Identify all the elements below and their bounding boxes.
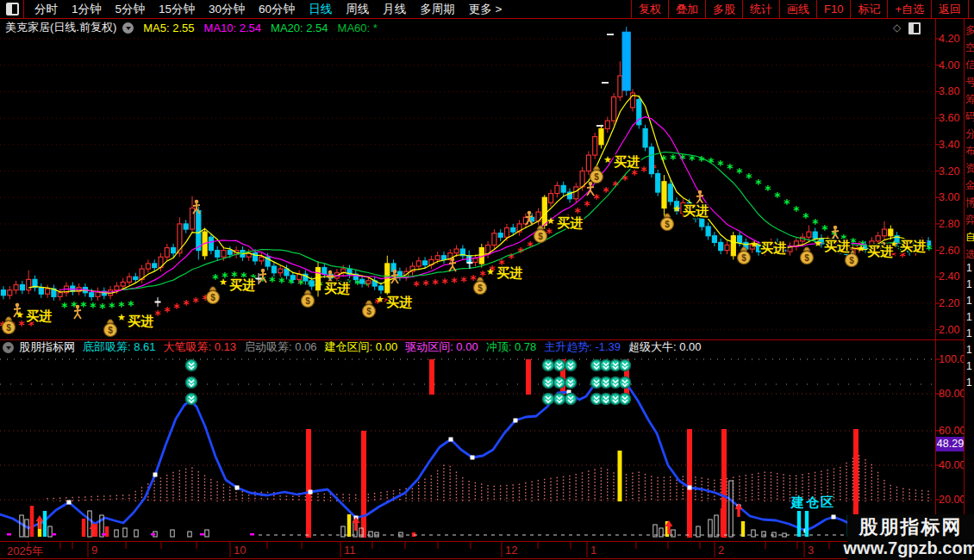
indicator-item-0: 底部吸筹: 8.61: [83, 339, 156, 355]
svg-text:*: *: [736, 165, 743, 179]
runner-man-icon: [587, 182, 594, 196]
nav-item-0[interactable]: 分时: [34, 2, 58, 17]
money-bag-icon: $: [590, 166, 603, 184]
date-axis: 2025年 9101112123: [0, 541, 974, 559]
toolbar-button-5[interactable]: F10: [816, 0, 850, 18]
top-toolbar: 分时1分钟5分钟15分钟30分钟60分钟日线周线月线多周期更多 > 复权叠加多股…: [0, 0, 974, 19]
sidebar-item-0[interactable]: 多: [965, 25, 974, 36]
price-label-5: 3.20: [939, 165, 964, 177]
nav-item-9[interactable]: 多周期: [420, 2, 455, 17]
star-icon: ★: [750, 239, 759, 249]
double-chevron-medal-icon: [554, 394, 565, 405]
sidebar-item-5[interactable]: 码: [965, 111, 974, 122]
doji-cross: [155, 297, 161, 307]
sidebar-item-6[interactable]: 分: [965, 128, 974, 140]
high-price-mark: [602, 82, 609, 84]
double-chevron-medal-icon: [554, 360, 565, 371]
toolbar-button-8[interactable]: 返回: [931, 0, 969, 18]
sidebar-count-2: 1: [966, 293, 974, 309]
price-label-0: 4.20: [939, 33, 964, 45]
star-icon: ★: [486, 266, 495, 277]
sidebar-item-2[interactable]: 信: [965, 59, 974, 71]
star-icon: ★: [546, 215, 555, 226]
toolbar-button-4[interactable]: 画线: [779, 0, 816, 18]
svg-text:*: *: [422, 277, 429, 291]
svg-text:$: $: [538, 232, 543, 241]
sidebar-item-1[interactable]: 空: [965, 42, 974, 53]
buy-label: 买进: [824, 239, 850, 253]
svg-text:$: $: [849, 256, 854, 265]
svg-text:$: $: [305, 296, 310, 306]
sidebar-item-4[interactable]: 筹: [965, 94, 974, 105]
nav-item-5[interactable]: 60分钟: [259, 2, 295, 17]
ma-label-1: MA10: 2.54: [204, 22, 262, 34]
toolbar-button-1[interactable]: 叠加: [668, 0, 705, 18]
buy-label: 买进: [900, 239, 926, 253]
star-icon: ★: [219, 277, 228, 287]
chart-canvas[interactable]: ****************************************…: [0, 0, 974, 560]
price-label-6: 3.00: [939, 191, 964, 203]
buy-label: 买进: [867, 244, 893, 258]
nav-item-6[interactable]: 日线: [309, 2, 332, 17]
svg-text:*: *: [527, 239, 534, 252]
chevron-down-icon[interactable]: [3, 342, 14, 353]
line-node-marker: [153, 473, 158, 477]
sidebar-item-selected[interactable]: 自: [965, 232, 974, 243]
svg-text:*: *: [18, 318, 25, 332]
svg-text:*: *: [746, 171, 752, 184]
nav-item-10[interactable]: 更多 >: [469, 2, 503, 17]
svg-text:*: *: [90, 300, 97, 314]
nav-item-7[interactable]: 周线: [346, 2, 369, 17]
svg-text:*: *: [173, 301, 180, 314]
window-split-icon[interactable]: [6, 3, 19, 16]
signal-bar-red: [306, 429, 311, 538]
indicator-item-5: 冲顶: 0.78: [486, 339, 537, 355]
signal-bar-red: [687, 429, 692, 538]
month-label-2: 2: [718, 544, 724, 557]
panel-layout-icon[interactable]: [908, 22, 921, 34]
nav-item-8[interactable]: 月线: [383, 2, 406, 17]
money-bag-icon: $: [738, 247, 751, 264]
signal-bar-top: [429, 359, 434, 395]
sell-medallions: [186, 360, 631, 405]
toolbar-button-2[interactable]: 多股: [705, 0, 742, 18]
star-icon: ★: [814, 238, 822, 248]
svg-text:$: $: [6, 323, 11, 333]
svg-text:*: *: [755, 177, 762, 190]
diamond-icon[interactable]: ◇: [893, 22, 901, 34]
ma-legend: MA5: 2.55MA10: 2.54MA20: 2.54MA60: *: [134, 22, 378, 34]
price-label-8: 2.60: [939, 245, 964, 257]
toolbar-button-6[interactable]: 标记: [850, 0, 887, 18]
svg-text:*: *: [192, 295, 199, 308]
signal-bar-yellow: [618, 451, 622, 501]
toolbar-button-0[interactable]: 复权: [631, 0, 668, 18]
sidebar-item-8[interactable]: 资: [965, 163, 974, 174]
sidebar-item-9[interactable]: 金: [965, 180, 974, 191]
indicator-item-6: 主升趋势: -1.39: [544, 339, 621, 355]
nav-item-1[interactable]: 1分钟: [72, 2, 102, 17]
indicator-axis-label-1: 80.00: [939, 388, 964, 400]
sidebar-item-3[interactable]: 号: [965, 77, 974, 88]
sidebar-item-7[interactable]: 布: [965, 146, 974, 157]
indicator-axis-label-2: 60.00: [939, 425, 964, 437]
sidebar-count-4: 1: [966, 326, 974, 342]
svg-text:*: *: [451, 275, 458, 289]
stock-title: 美克家居(日线.前复权): [5, 20, 116, 35]
svg-text:*: *: [441, 276, 448, 289]
nav-item-2[interactable]: 5分钟: [116, 2, 146, 17]
chevron-down-icon[interactable]: [122, 22, 134, 34]
sidebar-item-after[interactable]: 选: [965, 249, 974, 260]
toolbar-button-3[interactable]: 统计: [742, 0, 779, 18]
sidebar-item-11[interactable]: 弈: [965, 215, 974, 226]
star-icon: ★: [672, 203, 681, 214]
line-node-marker: [449, 438, 453, 442]
sub-gridlines: [0, 359, 935, 500]
toolbar-button-7[interactable]: +自选: [887, 0, 931, 18]
double-chevron-medal-icon: [554, 377, 565, 389]
line-node-marker: [235, 486, 240, 490]
nav-item-4[interactable]: 30分钟: [209, 2, 245, 17]
sidebar-item-10[interactable]: 博: [965, 197, 974, 208]
double-chevron-medal-icon: [543, 360, 554, 371]
right-sidebar[interactable]: 多空信号筹码分布资金博弈自选11111111: [964, 19, 974, 560]
nav-item-3[interactable]: 15分钟: [159, 2, 195, 17]
